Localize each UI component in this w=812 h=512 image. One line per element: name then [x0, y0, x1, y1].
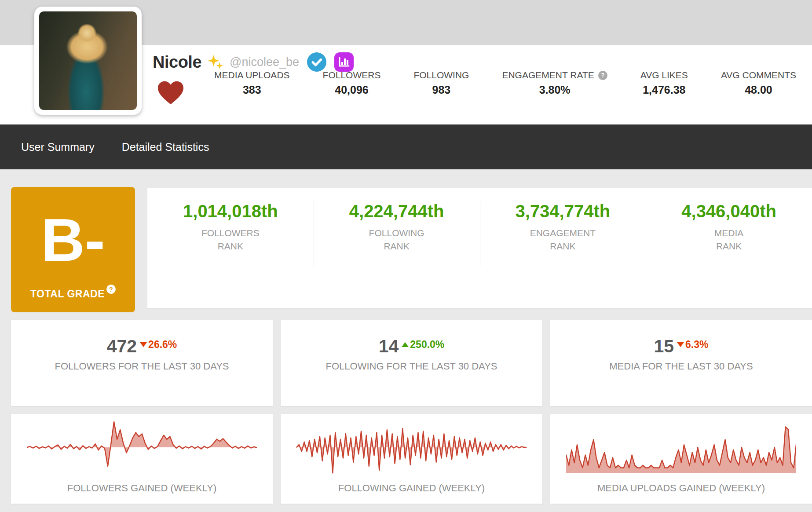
help-icon[interactable]: ?	[598, 71, 607, 80]
weekly-chart-cards: FOLLOWERS GAINED (WEEKLY)FOLLOWING GAINE…	[11, 414, 812, 504]
profile-name: Nicole	[153, 53, 201, 72]
triangle-up-icon	[402, 342, 409, 347]
total-grade-card: B- TOTAL GRADE?	[11, 187, 135, 312]
chart-label: MEDIA UPLOADS GAINED (WEEKLY)	[597, 483, 765, 504]
rank-media: 4,346,040thMEDIARANK	[646, 188, 812, 308]
sparkline-chart	[296, 419, 527, 475]
delta-label: FOLLOWERS FOR THE LAST 30 DAYS	[55, 361, 229, 372]
delta-value: 14	[379, 337, 399, 355]
rank-engagement: 3,734,774thENGAGEMENTRANK	[480, 188, 646, 308]
help-icon[interactable]: ?	[106, 285, 116, 294]
rank-label: FOLLOWERSRANK	[147, 227, 314, 253]
triangle-down-icon	[677, 342, 684, 347]
delta-card-media: 156.3%MEDIA FOR THE LAST 30 DAYS	[550, 320, 812, 406]
rank-label: FOLLOWINGRANK	[314, 227, 480, 253]
chart-label: FOLLOWING GAINED (WEEKLY)	[338, 483, 485, 504]
stat-engagement-rate: ENGAGEMENT RATE?3.80%	[502, 70, 607, 96]
delta-label: FOLLOWING FOR THE LAST 30 DAYS	[326, 361, 497, 372]
stat-value: 3.80%	[502, 84, 607, 96]
stat-avg-comments: AVG COMMENTS48.00	[721, 70, 796, 96]
grade-value: B-	[11, 187, 135, 288]
bar-chart-badge-icon[interactable]	[334, 52, 354, 72]
delta-card-following: 14250.0%FOLLOWING FOR THE LAST 30 DAYS	[281, 320, 542, 406]
delta-percent: 6.3%	[677, 339, 708, 351]
stat-followers: FOLLOWERS40,096	[323, 70, 381, 96]
rank-value: 3,734,774th	[480, 201, 646, 221]
rank-panel: 1,014,018thFOLLOWERSRANK4,224,744thFOLLO…	[147, 188, 812, 308]
stat-label: MEDIA UPLOADS	[214, 70, 290, 80]
stat-value: 983	[413, 84, 469, 96]
stat-label: FOLLOWERS	[323, 70, 381, 80]
stat-label: ENGAGEMENT RATE?	[502, 70, 607, 80]
main-content: B- TOTAL GRADE? 1,014,018thFOLLOWERSRANK…	[0, 187, 812, 504]
tab-user-summary[interactable]: User Summary	[21, 141, 95, 154]
stat-label: AVG LIKES	[640, 70, 688, 80]
delta-card-followers: 47226.6%FOLLOWERS FOR THE LAST 30 DAYS	[11, 320, 273, 406]
tab-detailed-statistics[interactable]: Detailed Statistics	[122, 141, 209, 154]
profile-photo	[39, 11, 137, 110]
stat-label: FOLLOWING	[413, 70, 469, 80]
delta-value: 472	[107, 337, 137, 355]
avatar	[34, 7, 142, 115]
grade-label: TOTAL GRADE?	[11, 288, 135, 312]
profile-handle: @nicolee_be	[230, 55, 299, 69]
stat-value: 1,476.38	[640, 84, 688, 96]
rank-label: MEDIARANK	[646, 227, 812, 253]
sparkline-chart	[566, 419, 797, 475]
profile-header: Nicole @nicolee_be MEDIA UPLOADS383FO	[0, 45, 812, 124]
delta-value: 15	[654, 337, 674, 355]
stat-following: FOLLOWING983	[413, 70, 469, 96]
rank-value: 4,346,040th	[646, 201, 812, 221]
rank-label: ENGAGEMENTRANK	[480, 227, 646, 253]
chart-card-following: FOLLOWING GAINED (WEEKLY)	[281, 414, 542, 504]
profile-stats-row: MEDIA UPLOADS383FOLLOWERS40,096FOLLOWING…	[214, 70, 796, 96]
sparkline-chart	[27, 419, 257, 475]
triangle-down-icon	[140, 342, 147, 347]
chart-card-media: MEDIA UPLOADS GAINED (WEEKLY)	[550, 414, 812, 504]
chart-card-followers: FOLLOWERS GAINED (WEEKLY)	[11, 414, 273, 504]
verified-badge-icon	[307, 52, 326, 72]
grade-section: B- TOTAL GRADE? 1,014,018thFOLLOWERSRANK…	[11, 187, 812, 312]
stat-avg-likes: AVG LIKES1,476.38	[640, 70, 688, 96]
rank-followers: 1,014,018thFOLLOWERSRANK	[147, 188, 314, 308]
stat-value: 383	[214, 84, 290, 96]
delta-label: MEDIA FOR THE LAST 30 DAYS	[609, 361, 753, 372]
rank-value: 1,014,018th	[147, 201, 314, 221]
sparkles-icon	[208, 54, 223, 70]
stat-value: 48.00	[721, 84, 796, 96]
tab-bar: User Summary Detailed Statistics	[0, 124, 812, 169]
last-30-days-cards: 47226.6%FOLLOWERS FOR THE LAST 30 DAYS14…	[11, 320, 812, 406]
delta-percent: 26.6%	[140, 339, 177, 351]
stat-value: 40,096	[323, 84, 381, 96]
stat-media-uploads: MEDIA UPLOADS383	[214, 70, 290, 96]
stat-label: AVG COMMENTS	[721, 70, 796, 80]
delta-percent: 250.0%	[402, 339, 444, 351]
rank-following: 4,224,744thFOLLOWINGRANK	[314, 188, 480, 308]
rank-value: 4,224,744th	[314, 201, 480, 221]
heart-icon[interactable]	[157, 80, 184, 105]
chart-label: FOLLOWERS GAINED (WEEKLY)	[67, 483, 216, 504]
